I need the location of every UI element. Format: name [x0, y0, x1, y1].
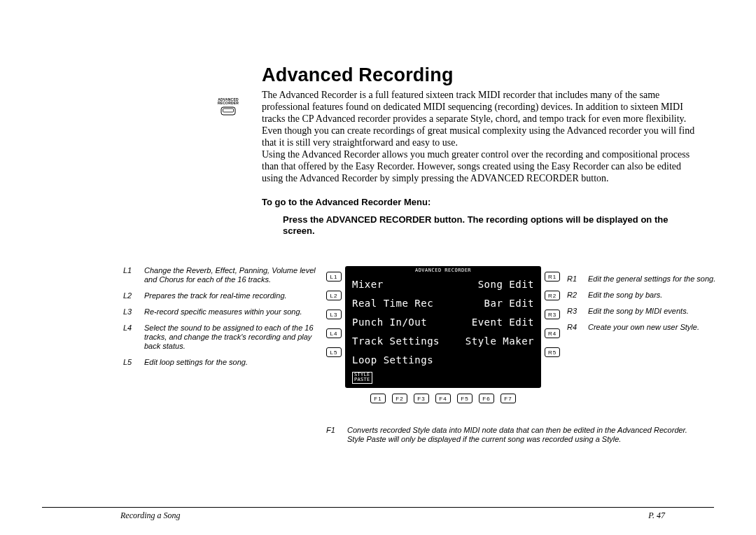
intro-text: The Advanced Recorder is a full featured…	[262, 89, 696, 184]
lcd-footer: STYLE PASTE	[352, 372, 534, 384]
icon-label: RECORDER	[214, 102, 242, 105]
lcd-row-3: Punch In/OutEvent Edit	[352, 312, 534, 331]
desc-L2: L2Prepares the track for real-time recor…	[123, 291, 316, 300]
left-button-col: L1 L2 L3 L4 L5	[326, 272, 342, 357]
left-descriptions: L1Change the Reverb, Effect, Panning, Vo…	[123, 266, 316, 374]
button-R1[interactable]: R1	[545, 272, 560, 282]
button-R3[interactable]: R3	[545, 310, 560, 319]
desc-R1: R1Edit the general settings for the song…	[567, 275, 742, 284]
desc-L4: L4Select the sound to be assigned to eac…	[123, 324, 316, 351]
desc-L5: L5Edit loop settings for the song.	[123, 358, 316, 367]
instruction: Press the ADVANCED RECORDER button. The …	[283, 214, 696, 237]
desc-R4: R4Create your own new user Style.	[567, 323, 742, 332]
button-R5[interactable]: R5	[545, 347, 560, 357]
lcd-panel: L1 L2 L3 L4 L5 R1 R2 R3 R4 R5 ADVANCED R…	[328, 266, 559, 403]
advanced-recorder-button-icon: ADVANCED RECORDER	[214, 98, 242, 116]
intro-p3: Using the Advanced Recorder allows you m…	[262, 148, 696, 184]
desc-L3: L3Re-record specific measures within you…	[123, 307, 316, 317]
lcd-row-1: MixerSong Edit	[352, 275, 534, 293]
subhead: To go to the Advanced Recorder Menu:	[262, 197, 714, 207]
desc-R2: R2Edit the song by bars.	[567, 291, 742, 300]
svg-rect-1	[223, 109, 234, 112]
desc-R3: R3Edit the song by MIDI events.	[567, 307, 742, 316]
footer-left: Recording a Song	[120, 510, 181, 521]
lcd-row-4: Track SettingsStyle Maker	[352, 331, 534, 350]
intro-p2: Even though you can create recordings of…	[262, 125, 696, 148]
button-F4[interactable]: F4	[435, 394, 451, 403]
lcd-row-2: Real Time RecBar Edit	[352, 293, 534, 312]
button-L3[interactable]: L3	[326, 310, 342, 319]
button-R4[interactable]: R4	[545, 328, 560, 338]
page-title: Advanced Recording	[262, 64, 714, 86]
button-F5[interactable]: F5	[457, 394, 472, 403]
intro-p1: The Advanced Recorder is a full featured…	[262, 89, 696, 125]
button-F6[interactable]: F6	[479, 394, 494, 403]
f-button-row: F1 F2 F3 F4 F5 F6 F7	[328, 394, 559, 403]
button-F7[interactable]: F7	[500, 394, 516, 403]
desc-L1: L1Change the Reverb, Effect, Panning, Vo…	[123, 266, 316, 284]
button-L5[interactable]: L5	[326, 347, 342, 357]
lcd-row-5: Loop Settings	[352, 350, 534, 369]
button-F2[interactable]: F2	[392, 394, 407, 403]
button-F3[interactable]: F3	[414, 394, 429, 403]
page-footer: Recording a Song P. 47	[42, 507, 714, 521]
button-L4[interactable]: L4	[326, 328, 342, 338]
right-descriptions: R1Edit the general settings for the song…	[567, 275, 742, 339]
lcd-title: ADVANCED RECORDER	[345, 268, 541, 273]
lcd-screen: ADVANCED RECORDER MixerSong Edit Real Ti…	[345, 266, 541, 388]
button-R2[interactable]: R2	[545, 291, 560, 300]
footer-right: P. 47	[648, 510, 665, 521]
button-F1[interactable]: F1	[370, 394, 386, 403]
desc-F1: F1 Converts recorded Style data into MID…	[326, 426, 697, 444]
button-L2[interactable]: L2	[326, 291, 342, 300]
right-button-col: R1 R2 R3 R4 R5	[545, 272, 560, 357]
button-L1[interactable]: L1	[326, 272, 342, 282]
